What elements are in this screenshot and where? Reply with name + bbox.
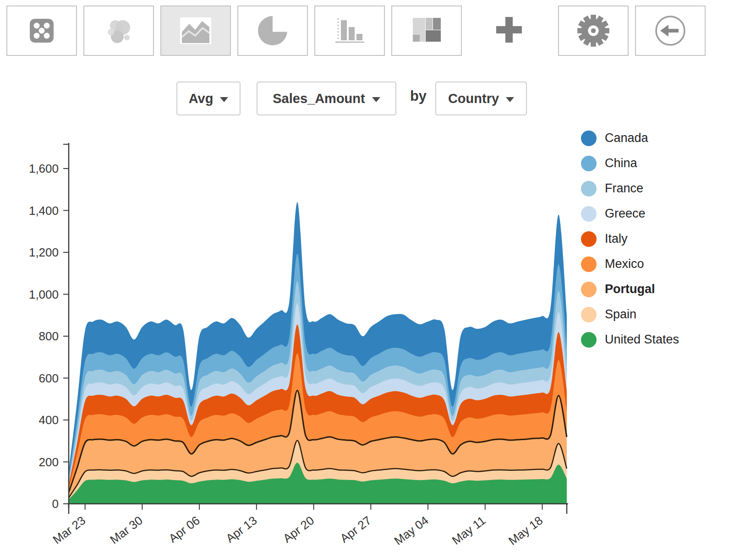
legend-label: Spain bbox=[605, 307, 636, 322]
x-tick-label: Apr 20 bbox=[280, 513, 317, 545]
y-tick-label: 400 bbox=[39, 413, 59, 427]
legend-swatch bbox=[581, 131, 597, 146]
legend-item-france[interactable]: France bbox=[581, 176, 679, 201]
x-tick-label: May 11 bbox=[449, 513, 488, 547]
x-tick-label: Mar 30 bbox=[107, 513, 145, 547]
x-tick-label: Apr 06 bbox=[166, 513, 202, 545]
bar-chart-icon bbox=[333, 16, 366, 46]
legend-swatch bbox=[581, 282, 597, 297]
scatter-plot-button[interactable] bbox=[6, 5, 77, 56]
scatter-plot-icon bbox=[25, 14, 58, 47]
legend-item-canada[interactable]: Canada bbox=[581, 125, 679, 151]
y-tick-label: 1,200 bbox=[29, 245, 59, 259]
legend-swatch bbox=[581, 256, 597, 272]
legend-swatch bbox=[581, 181, 597, 196]
chevron-down-icon bbox=[372, 97, 380, 102]
bubble-chart-button[interactable] bbox=[83, 5, 154, 56]
legend-item-italy[interactable]: Italy bbox=[581, 226, 679, 251]
x-tick-label: May 04 bbox=[392, 513, 431, 548]
legend-label: United States bbox=[605, 333, 679, 347]
legend-swatch bbox=[581, 156, 597, 171]
legend-label: Mexico bbox=[605, 257, 644, 271]
legend-item-mexico[interactable]: Mexico bbox=[581, 251, 679, 277]
pie-chart-icon bbox=[256, 14, 289, 47]
bubble-chart-icon bbox=[102, 14, 135, 47]
legend-swatch bbox=[581, 332, 597, 348]
chart-legend: CanadaChinaFranceGreeceItalyMexicoPortug… bbox=[581, 125, 679, 352]
aggregation-value: Avg bbox=[189, 91, 214, 106]
treemap-button[interactable] bbox=[391, 5, 462, 56]
legend-item-portugal[interactable]: Portugal bbox=[581, 277, 679, 302]
x-tick-label: Apr 27 bbox=[338, 513, 374, 545]
legend-item-china[interactable]: China bbox=[581, 151, 679, 176]
area-chart-button[interactable] bbox=[160, 5, 231, 56]
y-tick-label: 200 bbox=[39, 455, 59, 469]
add-chart-button[interactable] bbox=[495, 16, 523, 44]
dimension-dropdown[interactable]: Country bbox=[435, 82, 527, 115]
measure-dropdown[interactable]: Sales_Amount bbox=[257, 82, 396, 115]
x-tick-label: Apr 13 bbox=[223, 513, 259, 545]
chevron-down-icon bbox=[220, 97, 228, 102]
legend-label: France bbox=[605, 181, 643, 196]
bar-chart-button[interactable] bbox=[314, 5, 385, 56]
back-arrow-icon bbox=[653, 13, 688, 48]
legend-item-united-states[interactable]: United States bbox=[581, 327, 679, 352]
x-tick-label: May 18 bbox=[506, 513, 545, 548]
legend-item-spain[interactable]: Spain bbox=[581, 302, 679, 327]
legend-label: China bbox=[605, 156, 637, 170]
dimension-value: Country bbox=[448, 91, 499, 106]
x-tick-label: Mar 23 bbox=[50, 513, 88, 547]
measure-value: Sales_Amount bbox=[273, 91, 365, 106]
gear-icon bbox=[576, 13, 611, 48]
back-button[interactable] bbox=[635, 5, 706, 56]
y-tick-label: 0 bbox=[52, 497, 59, 511]
legend-item-greece[interactable]: Greece bbox=[581, 201, 679, 226]
chevron-down-icon bbox=[506, 97, 514, 102]
treemap-icon bbox=[410, 16, 443, 46]
plus-icon bbox=[495, 16, 523, 44]
legend-label: Portugal bbox=[605, 282, 655, 296]
y-tick-label: 1,600 bbox=[29, 162, 59, 175]
app-window: 02004006008001,0001,2001,4001,600Mar 23M… bbox=[0, 0, 756, 556]
legend-label: Italy bbox=[605, 232, 628, 246]
aggregation-dropdown[interactable]: Avg bbox=[176, 82, 241, 115]
y-tick-label: 800 bbox=[39, 329, 59, 343]
legend-label: Canada bbox=[605, 131, 648, 145]
y-tick-label: 1,000 bbox=[29, 288, 59, 301]
y-tick-label: 600 bbox=[39, 371, 59, 385]
y-tick-label: 1,400 bbox=[29, 204, 59, 218]
area-chart-icon bbox=[178, 16, 213, 46]
pie-chart-button[interactable] bbox=[237, 5, 308, 56]
by-label: by bbox=[404, 88, 433, 104]
legend-swatch bbox=[581, 231, 597, 247]
legend-label: Greece bbox=[605, 207, 646, 221]
legend-swatch bbox=[581, 206, 597, 222]
settings-button[interactable] bbox=[558, 5, 629, 56]
legend-swatch bbox=[581, 307, 597, 322]
